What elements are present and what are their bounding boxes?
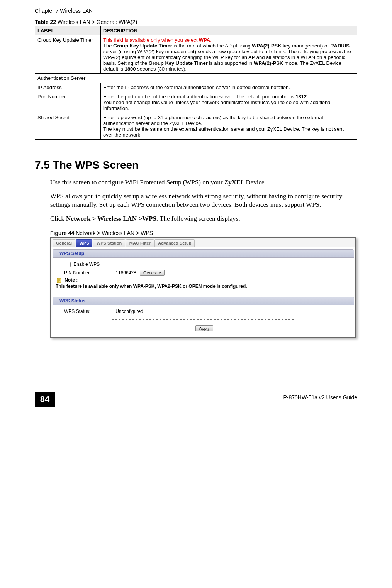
gk-p2h: Group Key Update Timer	[149, 60, 208, 66]
gk-p2b: Group Key Update Timer	[113, 43, 172, 49]
table-caption: Table 22 Wireless LAN > General: WPA(2)	[35, 19, 357, 25]
note-icon	[56, 277, 63, 284]
table-header-row: LABEL DESCRIPTION	[35, 26, 357, 35]
row-label-shared-secret: Shared Secret	[35, 113, 101, 140]
generate-button[interactable]: Generate	[140, 270, 165, 276]
panel-title-wps-setup: WPS Setup	[53, 249, 354, 258]
enable-wps-label: Enable WPS	[73, 262, 100, 267]
table-title: Wireless LAN > General: WPA(2)	[56, 19, 137, 25]
wps-status-value: Unconfigured	[115, 309, 143, 314]
divider	[112, 319, 295, 320]
gk-red-period: .	[210, 37, 212, 43]
table-row: IP Address Enter the IP address of the e…	[35, 83, 357, 92]
p3a: Click	[50, 215, 66, 222]
figure-caption: Figure 44 Network > Wireless LAN > WPS	[50, 230, 357, 236]
figure-title: Network > Wireless LAN > WPS	[74, 230, 153, 236]
pin-number-value: 11866428	[115, 270, 136, 275]
page-footer: 84 P-870HW-51a v2 User's Guide	[35, 392, 357, 407]
gk-p2a: The	[103, 43, 113, 49]
tab-wps-station[interactable]: WPS Station	[93, 239, 125, 247]
row-label-auth-server: Authentication Server	[35, 74, 357, 83]
gk-p2d: WPA(2)-PSK	[252, 43, 281, 49]
gk-red-prefix: This field is available only when you se…	[103, 37, 199, 43]
enable-wps-checkbox[interactable]	[66, 262, 71, 267]
p3c: WPS	[142, 215, 156, 222]
pin-number-label: PIN Number	[64, 270, 114, 275]
ss-d1: Enter a password (up to 31 alphanumeric …	[103, 115, 323, 126]
tab-mac-filter[interactable]: MAC Filter	[126, 239, 154, 247]
running-header: Chapter 7 Wireless LAN	[35, 8, 357, 15]
note-label: Note :	[64, 278, 78, 283]
table-header-desc: DESCRIPTION	[101, 26, 357, 35]
page-number: 84	[35, 392, 55, 407]
gk-p2i: is also supported in	[208, 60, 254, 66]
panel-body-wps-status: WPS Status: Unconfigured	[51, 305, 355, 319]
pn-d1b: 1812	[295, 94, 307, 100]
p3b: Network > Wireless LAN >	[66, 215, 142, 222]
gk-p2f: RADIUS	[330, 43, 350, 49]
pn-d1a: Enter the port number of the external au…	[103, 94, 295, 100]
table-header-label: LABEL	[35, 26, 101, 35]
gk-red-wpa: WPA	[199, 37, 210, 43]
pn-d1c: .	[307, 94, 308, 100]
footer-guide-title: P-870HW-51a v2 User's Guide	[59, 392, 357, 400]
table-number: Table 22	[35, 19, 56, 25]
row-desc-group-key: This field is available only when you se…	[101, 35, 357, 74]
gk-p2e: key management) or	[282, 43, 330, 49]
p3d: . The following screen displays.	[156, 215, 240, 222]
table-row: Port Number Enter the port number of the…	[35, 92, 357, 113]
row-desc-port-number: Enter the port number of the external au…	[101, 92, 357, 113]
wps-status-label: WPS Status:	[64, 309, 114, 314]
tab-advanced-setup[interactable]: Advanced Setup	[154, 239, 195, 247]
row-label-port-number: Port Number	[35, 92, 101, 113]
wps-screenshot: General WPS WPS Station MAC Filter Advan…	[50, 237, 356, 338]
gk-p2c: is the rate at which the AP (if using	[172, 43, 252, 49]
description-table: LABEL DESCRIPTION Group Key Update Timer…	[35, 26, 357, 140]
pn-d2: You need not change this value unless yo…	[103, 100, 331, 111]
figure-number: Figure 44	[50, 230, 74, 236]
note-text: This feature is available only when WPA-…	[56, 284, 247, 289]
tab-bar: General WPS WPS Station MAC Filter Advan…	[51, 238, 355, 247]
row-desc-ip-address: Enter the IP address of the external aut…	[101, 83, 357, 92]
ss-d2: The key must be the same on the external…	[103, 126, 344, 138]
section-heading: 7.5 The WPS Screen	[35, 159, 357, 171]
table-row: Shared Secret Enter a password (up to 31…	[35, 113, 357, 140]
body-paragraph-1: Use this screen to configure WiFi Protec…	[50, 178, 357, 187]
body-paragraph-2: WPS allows you to quickly set up a wirel…	[50, 192, 357, 209]
apply-button[interactable]: Apply	[195, 325, 213, 331]
table-row: Group Key Update Timer This field is ava…	[35, 35, 357, 74]
gk-p2j: WPA(2)-PSK	[254, 60, 283, 66]
tab-wps[interactable]: WPS	[76, 239, 92, 247]
panel-title-wps-status: WPS Status	[53, 297, 354, 305]
table-row: Authentication Server	[35, 74, 357, 83]
body-paragraph-3: Click Network > Wireless LAN >WPS. The f…	[50, 215, 357, 223]
row-desc-shared-secret: Enter a password (up to 31 alphanumeric …	[101, 113, 357, 140]
row-label-group-key: Group Key Update Timer	[35, 35, 101, 74]
tab-general[interactable]: General	[53, 239, 75, 247]
gk-p2m: seconds (30 minutes).	[136, 66, 187, 72]
row-label-ip-address: IP Address	[35, 83, 101, 92]
panel-body-wps-setup: Enable WPS PIN Number 11866428 Generate …	[51, 258, 355, 294]
gk-p2l: 1800	[125, 66, 136, 72]
